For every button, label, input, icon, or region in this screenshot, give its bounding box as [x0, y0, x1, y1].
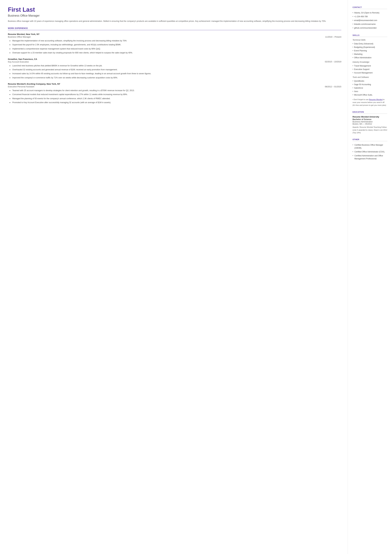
job-meta: Business Office Manager11/2019 – Present — [8, 36, 341, 38]
job-item: Resume Worded, New York, NYBusiness Offi… — [8, 33, 341, 55]
education-heading: Education — [352, 111, 387, 114]
skills-category-label: Technical Skills: — [352, 39, 387, 41]
edu-awards: Awards: Resume Worded Teaching Fellow (o… — [352, 126, 387, 134]
job-bullets: Teamed with 25 account managers to devel… — [8, 89, 341, 104]
job-item: Resume Worded's Exciting Company, New Yo… — [8, 83, 341, 104]
skill-item: Salesforce — [352, 86, 387, 90]
edu-degree: Bachelor of Science — [352, 118, 387, 120]
skill-item: QuickBooks — [352, 79, 387, 83]
job-dates: 06/2012 – 01/2015 — [325, 86, 341, 88]
other-item: Certified Office Administrator (COA). — [352, 150, 387, 154]
resume-worded-link[interactable]: Resume Worded — [369, 98, 383, 100]
job-role: Business Office Manager — [8, 36, 31, 38]
work-experience-heading: Work Experience — [8, 27, 341, 30]
job-dates: 02/2015 – 10/2019 — [325, 61, 341, 63]
job-bullet: Supervised the payroll for 2.5K employee… — [9, 43, 341, 46]
other-item: Certified Administration and Office Mana… — [352, 154, 387, 161]
candidate-summary: Business office manager with 10 years of… — [8, 20, 341, 23]
job-company: Growthsi, San Francisco, CA — [8, 58, 341, 60]
edu-school-name: Resume Worded University — [352, 116, 387, 118]
education-section: Resume Worded UniversityBachelor of Scie… — [352, 116, 387, 134]
skill-item: Microsoft Office Suite, — [352, 93, 387, 97]
skill-item: Travel Management — [352, 64, 387, 68]
skills-heading: Skills — [352, 34, 387, 37]
skills-list: Travel ManagementExecutive SupportAccoun… — [352, 64, 387, 75]
other-list: Certified Business Office Manager (CBOM)… — [352, 143, 387, 161]
job-bullets: Managed the implementation of new accoun… — [8, 39, 341, 55]
skills-list: Data Entry (Advanced)Budgeting (Experien… — [352, 42, 387, 59]
job-role: Executive Personal Assistant — [8, 85, 34, 88]
skills-section: Technical Skills:Data Entry (Advanced)Bu… — [352, 39, 387, 107]
contact-heading: Contact — [352, 6, 387, 9]
job-bullet: Managed the implementation of new accoun… — [9, 39, 341, 42]
job-bullet: Managed the planning of 50 events for th… — [9, 97, 341, 100]
job-bullet: Improved the company's e-commerce traffi… — [9, 76, 341, 79]
candidate-name: First Last — [8, 6, 341, 13]
contact-list: Atlanta, GA (Open to Remote)+1-234-456-7… — [352, 11, 387, 30]
job-bullet: Teamed with 25 account managers to devel… — [9, 89, 341, 92]
job-bullet: Oversaw support for a 15-member sales te… — [9, 51, 341, 54]
skill-item: Account Management — [352, 71, 387, 75]
job-role: Key Account Executive — [8, 61, 29, 63]
edu-field: Business Administration — [352, 121, 387, 123]
job-bullet: Launched new business pitches that yield… — [9, 64, 341, 67]
skill-item: Event Planning — [352, 49, 387, 52]
other-item: Certified Business Office Manager (CBOM)… — [352, 143, 387, 150]
right-column: Contact Atlanta, GA (Open to Remote)+1-2… — [348, 0, 392, 554]
skill-item: Office Administration — [352, 56, 387, 59]
skill-item: Sage 50 Accounting — [352, 83, 387, 86]
education-item: Resume Worded UniversityBachelor of Scie… — [352, 116, 387, 134]
job-bullet: Increased sales by 14.5% within 65 exist… — [9, 72, 341, 75]
job-bullet: Implemented a comprehensive expense mana… — [9, 47, 341, 50]
jobs-container: Resume Worded, New York, NYBusiness Offi… — [8, 33, 341, 104]
skills-list: QuickBooksSage 50 AccountingSalesforceXe… — [352, 79, 387, 97]
job-meta: Key Account Executive02/2015 – 10/2019 — [8, 61, 341, 63]
left-column: First Last Business Office Manager Busin… — [0, 0, 348, 554]
job-meta: Executive Personal Assistant06/2012 – 01… — [8, 85, 341, 88]
job-company: Resume Worded's Exciting Company, New Yo… — [8, 83, 341, 85]
skill-item: Xero — [352, 90, 387, 93]
candidate-title: Business Office Manager — [8, 14, 341, 17]
job-dates: 11/2019 – Present — [325, 36, 341, 38]
job-company: Resume Worded, New York, NY — [8, 33, 341, 35]
other-heading: Other — [352, 139, 387, 141]
job-bullet: Conceived financial models that reduced … — [9, 93, 341, 96]
skill-item: Data Entry (Advanced) — [352, 42, 387, 45]
skills-category-label: Industry Knowledge: — [352, 61, 387, 63]
job-bullets: Launched new business pitches that yield… — [8, 64, 341, 79]
contact-item: Atlanta, GA (Open to Remote) — [352, 11, 387, 15]
contact-item: email@resumeworded.com — [352, 19, 387, 22]
job-bullet: Overhauled 32 existing accounts and gene… — [9, 68, 341, 71]
skills-category-label: Tools and Software: — [352, 76, 387, 78]
contact-item: linkedin.com/in/username — [352, 22, 387, 26]
skill-item: Executive Support — [352, 68, 387, 71]
skill-item: Marketing — [352, 52, 387, 56]
contact-item: github.com/resumeworded — [352, 26, 387, 30]
contact-item: +1-234-456-789 — [352, 15, 387, 19]
edu-location-date: Boston, MA — 05/2012 — [352, 123, 387, 125]
promo-text: • Don't forget to use Resume Worded to s… — [352, 98, 387, 107]
job-bullet: Promoted to Key Account Executive after … — [9, 101, 341, 104]
skill-item: Budgeting (Experienced) — [352, 45, 387, 49]
job-item: Growthsi, San Francisco, CAKey Account E… — [8, 58, 341, 79]
